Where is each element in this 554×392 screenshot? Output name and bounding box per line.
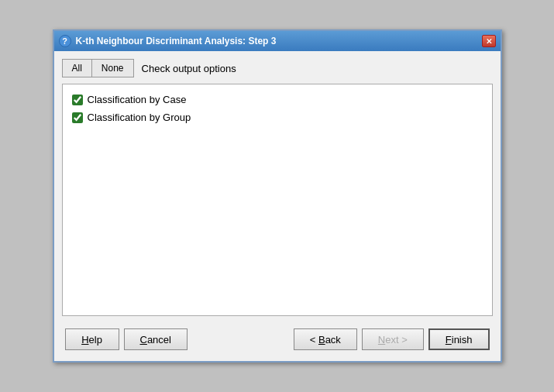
none-button[interactable]: None — [91, 59, 134, 77]
toolbar: All None Check output options — [62, 59, 493, 77]
section-label: Check output options — [142, 63, 236, 74]
button-group-left: Help Cancel — [65, 328, 188, 350]
back-underline-char: B — [318, 334, 325, 346]
close-button[interactable]: ✕ — [482, 35, 496, 47]
checkbox-classification-by-case[interactable] — [72, 95, 83, 105]
cancel-button[interactable]: Cancel — [124, 328, 188, 350]
checkbox-item-case: Classification by Case — [72, 94, 483, 105]
all-button[interactable]: All — [62, 59, 91, 77]
next-button[interactable]: Next > — [362, 328, 424, 350]
title-bar: ? K-th Neighbour Discriminant Analysis: … — [54, 31, 501, 51]
checkbox-item-group: Classification by Group — [72, 112, 483, 123]
content-area: All None Check output options Classifica… — [54, 51, 501, 361]
close-icon: ✕ — [486, 37, 492, 46]
main-window: ? K-th Neighbour Discriminant Analysis: … — [53, 29, 502, 363]
button-row: Help Cancel < Back Next > Finish — [62, 324, 493, 353]
next-underline-char: N — [378, 334, 385, 346]
window-icon: ? — [59, 35, 71, 47]
help-button[interactable]: Help — [65, 328, 119, 350]
finish-underline-char: F — [446, 334, 452, 346]
title-bar-left: ? K-th Neighbour Discriminant Analysis: … — [59, 35, 277, 47]
window-title: K-th Neighbour Discriminant Analysis: St… — [76, 36, 277, 46]
checkbox-classification-by-group[interactable] — [72, 112, 83, 123]
back-button[interactable]: < Back — [294, 328, 357, 350]
checkbox-label-group: Classification by Group — [88, 112, 191, 123]
finish-button[interactable]: Finish — [428, 328, 490, 350]
options-area: Classification by Case Classification by… — [62, 84, 493, 316]
checkbox-label-case: Classification by Case — [88, 94, 187, 105]
button-group-right: < Back Next > Finish — [294, 328, 490, 350]
help-underline-char: H — [81, 334, 88, 346]
cancel-underline-char: C — [140, 334, 147, 346]
